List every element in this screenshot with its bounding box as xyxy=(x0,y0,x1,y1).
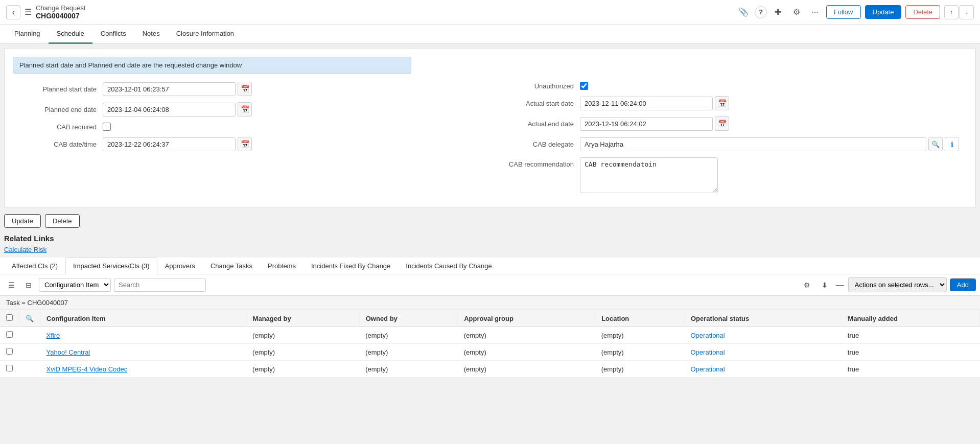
related-links-section: Related Links Calculate Risk xyxy=(4,234,976,253)
attachment-icon-button[interactable]: 📎 xyxy=(736,5,751,19)
row-owned-by: (empty) xyxy=(359,327,457,344)
row-owned-by: (empty) xyxy=(359,361,457,378)
sub-tab-incidents-fixed[interactable]: Incidents Fixed By Change xyxy=(304,258,398,274)
nav-down-button[interactable]: ↓ xyxy=(960,5,974,19)
select-all-checkbox[interactable] xyxy=(6,314,13,321)
row-config-item[interactable]: XviD MPEG-4 Video Codec xyxy=(40,361,247,378)
row-checkbox[interactable] xyxy=(0,361,19,378)
info-banner: Planned start date and Planned end date … xyxy=(13,57,411,74)
table-container: Task = CHG0040007 🔍 Configuration Item M… xyxy=(0,296,980,378)
planned-start-date-calendar[interactable]: 📅 xyxy=(238,82,252,96)
cab-datetime-label: CAB date/time xyxy=(21,141,103,148)
actions-select[interactable]: Actions on selected rows... xyxy=(848,277,947,292)
filter-select[interactable]: Configuration Item xyxy=(39,278,110,291)
delete-button-header[interactable]: Delete xyxy=(905,5,940,19)
form-grid: Planned start date 📅 Planned end date 📅 … xyxy=(13,82,967,199)
toolbar-download-icon[interactable]: ⬇ xyxy=(818,278,832,292)
cab-datetime-input[interactable] xyxy=(103,137,236,151)
cab-recommendation-textarea[interactable]: CAB recommendatoin xyxy=(580,157,718,193)
row-location: (empty) xyxy=(595,327,685,344)
planned-end-date-label: Planned end date xyxy=(21,106,103,113)
row-managed-by: (empty) xyxy=(246,327,359,344)
col-approval-group: Approval group xyxy=(458,310,595,327)
planned-end-date-calendar[interactable]: 📅 xyxy=(238,102,252,116)
sub-tab-approvers[interactable]: Approvers xyxy=(157,258,203,274)
header-title-sub: CHG0040007 xyxy=(36,12,86,20)
col-manually-added: Manually added xyxy=(842,310,980,327)
update-button[interactable]: Update xyxy=(4,214,41,228)
help-icon-button[interactable]: ? xyxy=(755,6,767,18)
tab-closure-information[interactable]: Closure Information xyxy=(168,25,242,44)
form-right: Unauthorized Actual start date 📅 Actual … xyxy=(490,82,967,199)
actual-end-date-calendar[interactable]: 📅 xyxy=(715,116,729,131)
cab-delegate-control: 🔍 ℹ xyxy=(580,137,959,151)
table-row: Xfire (empty) (empty) (empty) (empty) Op… xyxy=(0,327,980,344)
planned-start-date-input[interactable] xyxy=(103,82,236,96)
tab-schedule[interactable]: Schedule xyxy=(49,25,92,44)
planned-end-date-input[interactable] xyxy=(103,103,236,116)
cab-required-checkbox[interactable] xyxy=(103,123,111,131)
row-config-item[interactable]: Xfire xyxy=(40,327,247,344)
planned-start-date-control: 📅 xyxy=(103,82,482,96)
sub-tabs: Affected CIs (2) Impacted Services/CIs (… xyxy=(0,258,980,274)
update-button-header[interactable]: Update xyxy=(865,5,902,19)
tab-notes[interactable]: Notes xyxy=(134,25,168,44)
sub-tab-problems[interactable]: Problems xyxy=(260,258,304,274)
row-location: (empty) xyxy=(595,344,685,361)
cab-delegate-input[interactable] xyxy=(580,137,926,151)
row-approval-group: (empty) xyxy=(458,344,595,361)
sub-tab-incidents-caused[interactable]: Incidents Caused By Change xyxy=(398,258,499,274)
settings-icon-button[interactable]: ⚙ xyxy=(789,5,804,19)
sub-tab-affected-cis[interactable]: Affected CIs (2) xyxy=(4,258,65,274)
header-right: 📎 ? ✚ ⚙ ··· Follow Update Delete ↑ ↓ xyxy=(736,5,974,19)
row-manually-added: true xyxy=(842,361,980,378)
calculate-risk-link[interactable]: Calculate Risk xyxy=(4,246,46,253)
cab-recommendation-label: CAB recommendation xyxy=(498,160,580,168)
row-checkbox[interactable] xyxy=(0,344,19,361)
cab-required-row: CAB required xyxy=(21,123,482,131)
nav-up-button[interactable]: ↑ xyxy=(944,5,959,19)
toolbar-filter-icon[interactable]: ⊟ xyxy=(21,278,36,292)
row-checkbox[interactable] xyxy=(0,327,19,344)
row-config-item[interactable]: Yahoo! Central xyxy=(40,344,247,361)
actual-start-date-label: Actual start date xyxy=(498,100,580,107)
search-input[interactable] xyxy=(114,278,206,292)
cab-delegate-info-icon[interactable]: ℹ xyxy=(945,137,959,151)
more-icon-button[interactable]: ··· xyxy=(808,5,822,19)
sub-tab-change-tasks[interactable]: Change Tasks xyxy=(203,258,260,274)
row-owned-by: (empty) xyxy=(359,344,457,361)
row-operational-status[interactable]: Operational xyxy=(685,327,842,344)
actual-start-date-calendar[interactable]: 📅 xyxy=(715,96,729,110)
back-button[interactable]: ‹ xyxy=(6,5,20,19)
cab-datetime-control: 📅 xyxy=(103,137,482,151)
cab-required-control xyxy=(103,123,482,131)
follow-button[interactable]: Follow xyxy=(826,5,861,19)
filter-dropdown[interactable]: Configuration Item xyxy=(39,278,111,292)
cab-datetime-calendar[interactable]: 📅 xyxy=(238,137,252,151)
plus-icon-button[interactable]: ✚ xyxy=(771,5,785,19)
tab-conflicts[interactable]: Conflicts xyxy=(92,25,134,44)
actual-end-date-control: 📅 xyxy=(580,116,959,131)
add-button[interactable]: Add xyxy=(950,278,976,291)
col-owned-by: Owned by xyxy=(359,310,457,327)
toolbar-menu-icon[interactable]: ☰ xyxy=(4,278,18,292)
sub-tab-impacted-services[interactable]: Impacted Services/CIs (3) xyxy=(65,258,157,274)
tab-planning[interactable]: Planning xyxy=(6,25,49,44)
hamburger-icon[interactable]: ☰ xyxy=(25,7,32,17)
row-operational-status[interactable]: Operational xyxy=(685,344,842,361)
row-approval-group: (empty) xyxy=(458,361,595,378)
row-operational-status[interactable]: Operational xyxy=(685,361,842,378)
delete-button[interactable]: Delete xyxy=(45,214,80,228)
header-left: ‹ ☰ Change Request CHG0040007 xyxy=(6,4,86,20)
row-location: (empty) xyxy=(595,361,685,378)
unauthorized-checkbox[interactable] xyxy=(580,82,588,90)
action-buttons: Update Delete xyxy=(4,214,976,228)
actual-start-date-input[interactable] xyxy=(580,97,713,110)
actual-end-date-input[interactable] xyxy=(580,117,713,131)
toolbar-right: ⚙ ⬇ — Actions on selected rows... Add xyxy=(800,277,976,292)
cab-delegate-search-icon[interactable]: 🔍 xyxy=(928,137,943,151)
row-icon xyxy=(19,344,40,361)
actual-start-date-control: 📅 xyxy=(580,96,959,110)
toolbar-settings-icon[interactable]: ⚙ xyxy=(800,278,814,292)
actual-end-date-row: Actual end date 📅 xyxy=(498,116,959,131)
